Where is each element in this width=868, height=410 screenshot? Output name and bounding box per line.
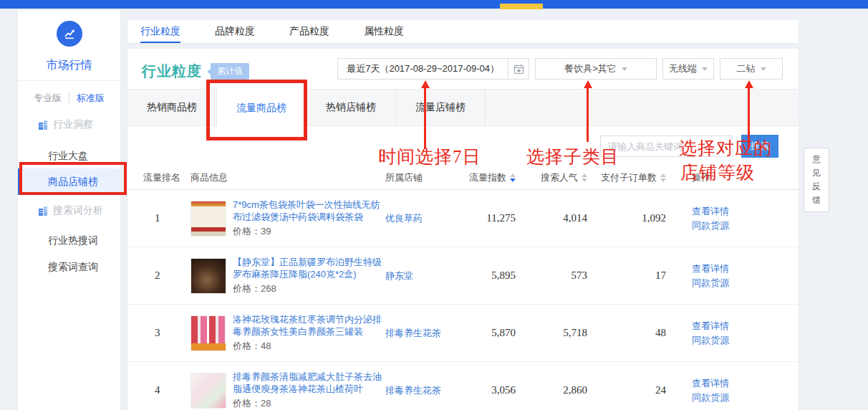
main-panel: 行业粒度 累计值 最近7天（2017-08-29~2017-09-04） 餐饮具… (127, 49, 799, 410)
search-popularity-value: 2,860 (516, 384, 587, 396)
calendar-icon (513, 64, 524, 75)
chevron-down-icon (702, 67, 708, 74)
col-label: 支付子订单数 (601, 171, 657, 184)
traffic-index-value: 11,275 (464, 212, 516, 224)
view-detail-link[interactable]: 查看详情 (692, 204, 763, 219)
product-title-link[interactable]: 排毒养颜茶清脂减肥减大肚子茶去油脂通便瘦身茶洛神花茶山楂荷叶 (233, 371, 383, 395)
app-name[interactable]: 市场行情 (18, 58, 120, 73)
product-thumbnail[interactable] (191, 201, 226, 237)
view-detail-link[interactable]: 查看详情 (692, 376, 763, 391)
tab-attribute-granularity[interactable]: 属性粒度 (364, 20, 404, 43)
shop-level-value: 二钻 (737, 62, 756, 75)
table-row: 2 【静东堂】正品新疆罗布泊野生特级罗布麻茶降压降脂(240克*2盒) 价格：2… (127, 247, 799, 305)
col-search-popularity[interactable]: 搜索人气 (516, 171, 587, 184)
search-input[interactable] (600, 135, 733, 157)
price-value: 39 (261, 226, 271, 237)
rank-value: 1 (143, 212, 191, 224)
price-label: 价格： (233, 340, 261, 351)
tab-industry-granularity[interactable]: 行业粒度 (140, 20, 180, 43)
page: 市场行情 专业版标准版 行业洞察 行业大盘 商品店铺榜 (0, 0, 868, 410)
col-paid-suborders[interactable]: 支付子订单数 (587, 171, 666, 184)
sidebar: 市场行情 专业版标准版 行业洞察 行业大盘 商品店铺榜 (18, 11, 120, 410)
sidebar-section-search-analysis: 搜索词分析 (18, 201, 120, 221)
same-supply-link[interactable]: 同款货源 (692, 276, 763, 290)
product-price: 价格：268 (233, 282, 383, 295)
product-title-link[interactable]: 7*9cm茶包袋茶叶袋一次性抽线无纺布过滤袋煲汤中药袋调料袋茶袋 (233, 199, 383, 223)
view-detail-link[interactable]: 查看详情 (692, 262, 763, 276)
same-supply-link[interactable]: 同款货源 (692, 391, 763, 405)
tab-hot-shop-rank[interactable]: 热销店铺榜 (307, 90, 396, 125)
tab-traffic-product-rank[interactable]: 流量商品榜 (217, 89, 307, 127)
sidebar-item-search-word-query[interactable]: 搜索词查询 (18, 256, 120, 279)
sidebar-item-hot-search-words[interactable]: 行业热搜词 (18, 229, 120, 252)
product-title-link[interactable]: 【静东堂】正品新疆罗布泊野生特级罗布麻茶降压降脂(240克*2盒) (233, 256, 383, 280)
traffic-index-value: 5,895 (464, 270, 516, 282)
tab-hot-product-rank[interactable]: 热销商品榜 (127, 90, 217, 125)
calendar-button[interactable] (508, 58, 529, 80)
tab-traffic-shop-rank[interactable]: 流量店铺榜 (396, 90, 486, 125)
price-value: 48 (261, 340, 271, 351)
sidebar-section-industry-insight: 行业洞察 (18, 115, 120, 135)
building-icon (38, 120, 48, 130)
product-thumbnail[interactable] (191, 315, 226, 351)
chevron-down-icon (761, 67, 766, 74)
app-logo[interactable] (18, 21, 120, 47)
date-range-selector[interactable]: 最近7天（2017-08-29~2017-09-04） (337, 58, 508, 80)
search-popularity-value: 573 (516, 270, 587, 282)
price-value: 268 (261, 283, 276, 294)
col-label: 搜索人气 (541, 171, 578, 184)
traffic-index-value: 3,056 (464, 384, 516, 396)
feedback-button[interactable]: 意见反馈 (804, 148, 829, 212)
paid-suborders-value: 1,092 (587, 212, 666, 224)
table-row: 3 洛神花玫瑰花茶红枣茶调节内分泌排毒养颜茶女性美白养颜茶三罐装 价格：48 排… (127, 305, 799, 362)
shop-link[interactable]: 排毒养生花茶 (385, 327, 464, 340)
sort-icon (510, 173, 516, 182)
sidebar-section-label: 行业洞察 (53, 118, 93, 131)
search-button[interactable]: 搜索 (741, 135, 778, 158)
sort-icon (582, 173, 587, 182)
col-shop: 所属店铺 (385, 171, 464, 184)
col-traffic-rank: 流量排名 (143, 171, 191, 184)
search-popularity-value: 5,718 (516, 327, 587, 339)
product-thumbnail[interactable] (191, 373, 226, 409)
terminal-dropdown[interactable]: 无线端 (662, 58, 714, 80)
product-thumbnail[interactable] (191, 258, 226, 294)
cumulative-badge: 累计值 (211, 63, 249, 80)
category-dropdown[interactable]: 餐饮具>其它 (535, 58, 657, 80)
table-row: 1 7*9cm茶包袋茶叶袋一次性抽线无纺布过滤袋煲汤中药袋调料袋茶袋 价格：39… (127, 190, 799, 247)
category-value: 餐饮具>其它 (564, 62, 617, 75)
sidebar-item-product-shop-rank[interactable]: 商品店铺榜 (18, 168, 120, 195)
traffic-index-value: 5,870 (464, 327, 516, 339)
version-tab-pro[interactable]: 专业版 (26, 92, 69, 105)
rank-value: 2 (143, 270, 191, 282)
product-price: 价格：48 (233, 340, 383, 353)
paid-suborders-value: 17 (587, 270, 666, 282)
view-detail-link[interactable]: 查看详情 (692, 319, 763, 333)
sidebar-divider (18, 80, 120, 81)
same-supply-link[interactable]: 同款货源 (692, 219, 763, 233)
terminal-value: 无线端 (669, 62, 697, 75)
price-label: 价格： (233, 398, 261, 409)
same-supply-link[interactable]: 同款货源 (692, 333, 763, 348)
col-traffic-index[interactable]: 流量指数 (464, 171, 516, 184)
tab-product-granularity[interactable]: 产品粒度 (289, 20, 329, 43)
browser-top-bar (0, 0, 868, 9)
col-actions: 操作 (692, 171, 763, 184)
sidebar-item-industry-overview[interactable]: 行业大盘 (18, 145, 120, 168)
sort-icon (660, 173, 666, 182)
col-label: 流量指数 (469, 171, 506, 184)
paid-suborders-value: 48 (587, 327, 666, 339)
col-product-info: 商品信息 (191, 171, 385, 184)
table-row: 4 排毒养颜茶清脂减肥减大肚子茶去油脂通便瘦身茶洛神花茶山楂荷叶 价格：28 排… (127, 362, 799, 410)
filter-bar: 最近7天（2017-08-29~2017-09-04） 餐饮具>其它 无线 (337, 58, 783, 80)
shop-link[interactable]: 排毒养生花茶 (385, 384, 464, 397)
paid-suborders-value: 24 (587, 384, 666, 396)
tab-brand-granularity[interactable]: 品牌粒度 (215, 20, 255, 43)
top-bar-active-indicator (500, 4, 543, 9)
version-tab-standard[interactable]: 标准版 (69, 92, 112, 105)
shop-level-dropdown[interactable]: 二钻 (720, 58, 783, 80)
product-price: 价格：28 (233, 397, 383, 410)
shop-link[interactable]: 静东堂 (385, 270, 464, 282)
shop-link[interactable]: 优良草药 (385, 212, 464, 225)
product-title-link[interactable]: 洛神花玫瑰花茶红枣茶调节内分泌排毒养颜茶女性美白养颜茶三罐装 (233, 313, 383, 338)
